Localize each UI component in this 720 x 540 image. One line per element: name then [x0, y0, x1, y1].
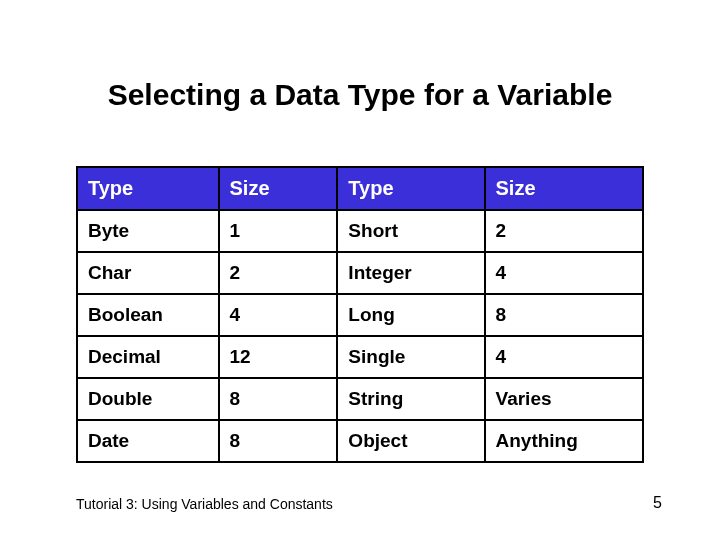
- table-header-row: Type Size Type Size: [77, 167, 643, 210]
- cell-type: Decimal: [77, 336, 219, 378]
- slide: Selecting a Data Type for a Variable Typ…: [0, 0, 720, 540]
- table-row: Char 2 Integer 4: [77, 252, 643, 294]
- col-header-type-1: Type: [77, 167, 219, 210]
- cell-size: 4: [485, 336, 643, 378]
- footer-page-number: 5: [653, 494, 662, 512]
- cell-size: Anything: [485, 420, 643, 462]
- cell-size: 8: [485, 294, 643, 336]
- cell-size: 8: [219, 420, 338, 462]
- table-row: Date 8 Object Anything: [77, 420, 643, 462]
- cell-size: 1: [219, 210, 338, 252]
- cell-type: Date: [77, 420, 219, 462]
- col-header-type-2: Type: [337, 167, 484, 210]
- cell-type: String: [337, 378, 484, 420]
- cell-type: Double: [77, 378, 219, 420]
- cell-type: Integer: [337, 252, 484, 294]
- cell-type: Char: [77, 252, 219, 294]
- cell-type: Byte: [77, 210, 219, 252]
- footer-tutorial-label: Tutorial 3: Using Variables and Constant…: [76, 496, 333, 512]
- cell-type: Single: [337, 336, 484, 378]
- cell-size: 2: [485, 210, 643, 252]
- table-row: Decimal 12 Single 4: [77, 336, 643, 378]
- cell-size: 4: [219, 294, 338, 336]
- table-row: Boolean 4 Long 8: [77, 294, 643, 336]
- data-type-table: Type Size Type Size Byte 1 Short 2 Char …: [76, 166, 644, 463]
- cell-size: 4: [485, 252, 643, 294]
- cell-size: 2: [219, 252, 338, 294]
- table-row: Double 8 String Varies: [77, 378, 643, 420]
- cell-type: Boolean: [77, 294, 219, 336]
- table-row: Byte 1 Short 2: [77, 210, 643, 252]
- cell-size: 8: [219, 378, 338, 420]
- col-header-size-2: Size: [485, 167, 643, 210]
- cell-size: Varies: [485, 378, 643, 420]
- col-header-size-1: Size: [219, 167, 338, 210]
- cell-type: Object: [337, 420, 484, 462]
- data-type-table-wrap: Type Size Type Size Byte 1 Short 2 Char …: [76, 166, 644, 463]
- cell-type: Long: [337, 294, 484, 336]
- page-title: Selecting a Data Type for a Variable: [0, 78, 720, 112]
- cell-size: 12: [219, 336, 338, 378]
- cell-type: Short: [337, 210, 484, 252]
